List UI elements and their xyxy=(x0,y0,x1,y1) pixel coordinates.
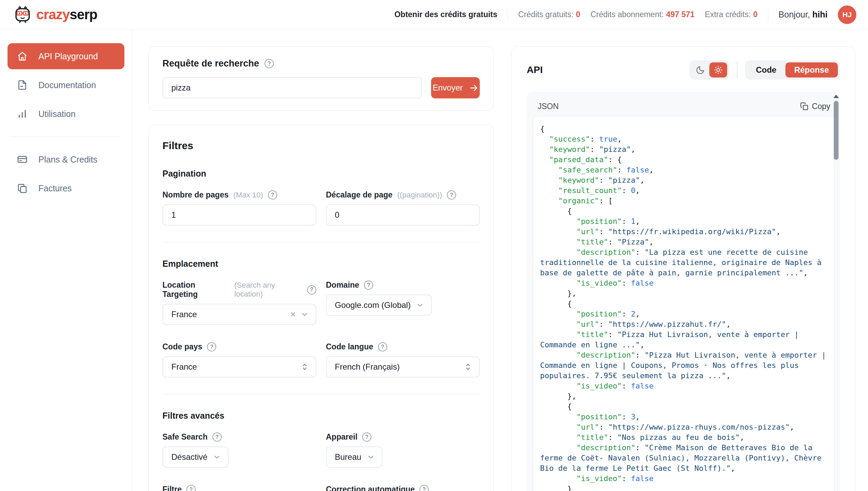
greeting-username: hihi xyxy=(812,10,828,19)
sidebar: API Playground Documentation Utilisation… xyxy=(0,29,132,491)
help-icon[interactable]: ? xyxy=(212,432,222,442)
greeting-word: Bonjour, xyxy=(779,10,810,19)
help-icon[interactable]: ? xyxy=(307,285,316,295)
sidebar-item-plans-credits[interactable]: Plans & Credits xyxy=(8,146,124,172)
stat-free-credits: Crédits gratuits:0 xyxy=(518,10,580,19)
help-icon[interactable]: ? xyxy=(364,280,373,290)
sidebar-item-label: API Playground xyxy=(38,51,98,61)
brand-logo[interactable]: crazyserp xyxy=(13,5,97,24)
safe-search-field: Safe Search ? Désactivé xyxy=(162,432,316,468)
advanced-section-title: Filtres avancés xyxy=(162,411,480,421)
offset-input[interactable] xyxy=(326,204,480,226)
scrollbar-thumb[interactable] xyxy=(834,101,839,160)
sidebar-item-utilisation[interactable]: Utilisation xyxy=(8,101,124,127)
scroll-up-icon[interactable] xyxy=(833,95,839,98)
device-label: Appareil xyxy=(326,432,357,442)
safe-search-label: Safe Search xyxy=(162,432,208,442)
help-icon[interactable]: ? xyxy=(419,485,429,491)
api-response-card: API Code Réponse xyxy=(511,46,855,491)
device-dropdown[interactable]: Bureau xyxy=(326,446,382,468)
search-query-input[interactable] xyxy=(162,77,422,98)
filter-label: Filtre xyxy=(162,485,182,491)
pagination-section-title: Pagination xyxy=(162,169,480,179)
language-code-field: Code langue ? French (Français) xyxy=(326,342,480,378)
help-icon[interactable]: ? xyxy=(362,432,371,442)
domain-field: Domaine ? Google.com (Global) xyxy=(326,280,480,325)
filters-card: Filtres Pagination Nombre de pages (Max … xyxy=(148,124,494,491)
sidebar-item-label: Utilisation xyxy=(38,109,75,119)
invoices-icon xyxy=(17,183,27,193)
device-value: Bureau xyxy=(335,452,361,462)
safe-search-dropdown[interactable]: Désactivé xyxy=(162,446,229,468)
main-content: Requête de recherche ? Envoyer Filtres P… xyxy=(132,29,868,491)
pages-input[interactable] xyxy=(162,204,316,226)
brand-name-crazy: crazy xyxy=(36,7,70,22)
api-panel-title: API xyxy=(527,64,543,75)
stat-subscription-credits-label: Crédits abonnement: xyxy=(590,10,664,19)
help-icon[interactable]: ? xyxy=(447,190,456,200)
free-credits-link[interactable]: Obtenir des crédits gratuits xyxy=(394,10,497,19)
language-code-label: Code langue xyxy=(326,342,373,351)
help-icon[interactable]: ? xyxy=(186,485,196,491)
chevrons-up-down-icon xyxy=(464,363,472,371)
domain-dropdown[interactable]: Google.com (Global) xyxy=(326,295,432,316)
country-code-value: France xyxy=(171,362,197,372)
brand-name: crazyserp xyxy=(36,7,97,22)
home-icon xyxy=(17,51,27,61)
help-icon[interactable]: ? xyxy=(268,190,277,200)
stat-extra-credits-value: 0 xyxy=(753,10,758,19)
json-viewer-label: JSON xyxy=(538,102,559,111)
offset-field: Décalage de page ((pagination)) ? xyxy=(326,190,480,226)
copy-button[interactable]: Copy xyxy=(800,102,830,111)
api-controls: Code Réponse xyxy=(689,60,840,80)
json-code-box: { "success": true, "keyword": "pizza", "… xyxy=(533,116,834,491)
filter-field: Filtre ? 1 - Activé xyxy=(162,485,316,491)
copy-button-label: Copy xyxy=(812,102,830,111)
pages-field: Nombre de pages (Max 10) ? xyxy=(162,190,316,226)
help-icon[interactable]: ? xyxy=(378,342,387,351)
domain-value: Google.com (Global) xyxy=(335,300,411,310)
stat-free-credits-value: 0 xyxy=(576,10,580,19)
location-targeting-field: Location Targeting (Search any location)… xyxy=(162,280,316,325)
sidebar-item-documentation[interactable]: Documentation xyxy=(8,72,124,98)
autocorrect-field: Correction automatique ? 0 - Inclure xyxy=(326,485,480,491)
credit-card-icon xyxy=(17,154,27,165)
mascot-logo-icon xyxy=(13,5,32,24)
avatar[interactable]: HJ xyxy=(838,5,856,24)
theme-toggle xyxy=(689,60,729,80)
location-targeting-combobox[interactable]: France × xyxy=(162,304,316,325)
bar-chart-icon xyxy=(17,109,27,119)
country-code-select[interactable]: France xyxy=(162,356,316,378)
sidebar-item-label: Plans & Credits xyxy=(38,155,97,165)
sidebar-item-api-playground[interactable]: API Playground xyxy=(8,43,124,69)
json-code: { "success": true, "keyword": "pizza", "… xyxy=(540,124,827,491)
domain-label: Domaine xyxy=(326,280,359,290)
greeting-text: Bonjour, hihi xyxy=(779,10,828,20)
chevron-down-icon xyxy=(416,301,424,309)
tab-code[interactable]: Code xyxy=(747,62,785,77)
help-icon[interactable]: ? xyxy=(265,59,274,68)
help-icon[interactable]: ? xyxy=(207,342,216,351)
language-code-select[interactable]: French (Français) xyxy=(326,356,480,378)
header-divider xyxy=(508,7,508,22)
send-button[interactable]: Envoyer xyxy=(431,77,480,98)
stat-extra-credits: Extra crédits:0 xyxy=(705,10,758,19)
country-code-field: Code pays ? France xyxy=(162,342,316,378)
send-button-label: Envoyer xyxy=(432,83,463,93)
sidebar-item-factures[interactable]: Factures xyxy=(8,175,124,201)
header-divider xyxy=(768,7,768,22)
offset-hint: ((pagination)) xyxy=(397,191,442,200)
moon-icon[interactable] xyxy=(692,62,709,77)
sun-icon[interactable] xyxy=(709,62,727,77)
location-targeting-label: Location Targeting xyxy=(162,280,230,299)
location-targeting-hint: (Search any location) xyxy=(234,281,302,299)
language-code-value: French (Français) xyxy=(335,362,400,372)
filters-divider xyxy=(162,242,480,242)
search-query-title: Requête de recherche xyxy=(162,58,259,69)
view-toggle: Code Réponse xyxy=(745,60,840,80)
tab-response[interactable]: Réponse xyxy=(785,62,838,77)
country-code-label: Code pays xyxy=(162,342,202,351)
sidebar-item-label: Documentation xyxy=(38,80,96,90)
clear-icon[interactable]: × xyxy=(290,310,296,319)
filters-title: Filtres xyxy=(162,140,480,152)
